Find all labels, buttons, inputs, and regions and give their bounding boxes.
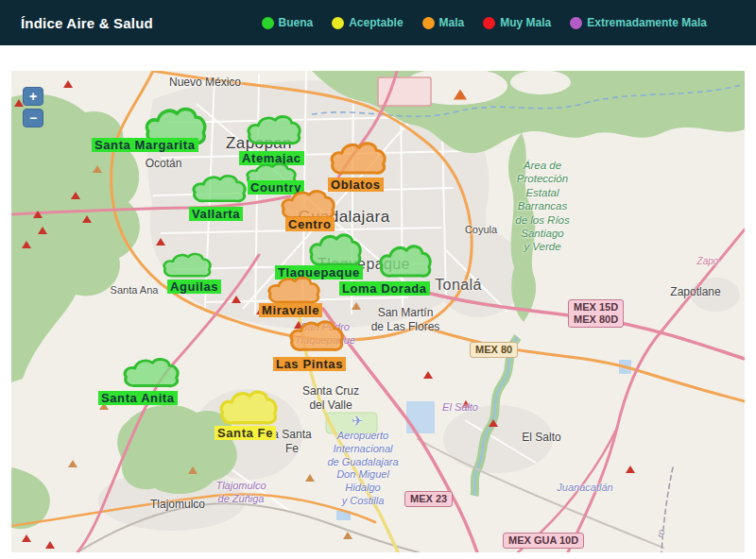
cloud-icon: [218, 388, 279, 428]
legend-dot-muy-mala: [483, 17, 495, 29]
peak-icon: [22, 241, 31, 248]
peak-icon: [93, 165, 102, 173]
air-health-app: Índice Aire & Salud BuenaAceptableMalaMu…: [0, 0, 756, 559]
legend-dot-aceptable: [332, 17, 344, 29]
aq-marker-label: Las Pintas: [273, 357, 346, 371]
legend-label: Mala: [439, 16, 465, 29]
legend-label: Buena: [279, 16, 314, 29]
legend-label: Muy Mala: [500, 16, 551, 29]
aq-marker-tlaquepaque[interactable]: Tlaquepaque: [308, 231, 363, 269]
place-label-zapotlane: Zapotlane: [670, 285, 720, 299]
peak-icon: [45, 541, 55, 549]
place-label-tonala: Tonalá: [435, 276, 482, 295]
zoom-out-button[interactable]: −: [23, 109, 43, 127]
legend-item-aceptable: Aceptable: [332, 16, 403, 29]
peak-icon: [22, 534, 31, 542]
place-label-ocotan: Ocotán: [146, 157, 182, 171]
aq-marker-aguilas[interactable]: Aguilas: [162, 251, 213, 280]
legend-label: Extremadamente Mala: [587, 16, 707, 29]
map-canvas[interactable]: + − Santa MargaritaAtemajacCountryOblato…: [11, 71, 745, 552]
legend-item-buena: Buena: [262, 16, 314, 29]
place-label-el-salto: El Salto: [522, 431, 560, 445]
cloud-icon: [246, 113, 302, 147]
aq-marker-label: Loma Dorada: [339, 281, 430, 296]
aq-marker-label: Centro: [285, 217, 335, 231]
road-shield-mex-23: MEX 23: [404, 491, 453, 507]
legend: BuenaAceptableMalaMuy MalaExtremadamente…: [262, 16, 707, 29]
legend-item-muy-mala: Muy Mala: [483, 16, 551, 29]
peak-icon: [156, 238, 165, 246]
place-label-santa-ana: Santa Ana: [111, 284, 159, 297]
cloud-icon: [122, 356, 180, 390]
place-label-juanacatlan: Juanacatlán: [557, 482, 612, 495]
peak-icon: [188, 466, 198, 474]
aq-marker-label: Santa Fe: [215, 426, 276, 440]
place-label-tlajomulco-de-zuniga: Tlajomulcode Zúñiga: [215, 480, 266, 506]
peak-icon: [489, 419, 498, 427]
aq-marker-santa-anita[interactable]: Santa Anita: [122, 356, 180, 390]
place-label-a-santa-fe: a SantaFe: [272, 428, 311, 456]
place-label-zapo: Zapo: [697, 256, 719, 268]
place-label-: ✈: [352, 413, 364, 431]
peak-icon: [232, 296, 241, 303]
aq-marker-loma-dorada[interactable]: Loma Dorada: [378, 243, 433, 280]
peak-icon: [305, 474, 315, 482]
place-label-nuevo-mexico: Nuevo México: [169, 76, 241, 90]
place-label-el-salto: El Salto: [442, 401, 478, 415]
peak-icon: [626, 466, 635, 473]
cloud-icon: [266, 275, 321, 306]
peak-icon: [68, 460, 77, 467]
peak-icon: [454, 89, 467, 99]
aq-marker-oblatos[interactable]: Oblatos: [329, 140, 387, 178]
peak-icon: [343, 532, 352, 539]
peak-icon: [352, 302, 361, 310]
aq-marker-santa-fe[interactable]: Santa Fe: [218, 388, 279, 428]
aq-marker-label: Aguilas: [167, 280, 221, 294]
peak-icon: [63, 80, 73, 88]
legend-label: Aceptable: [349, 16, 403, 29]
peak-icon: [423, 371, 433, 379]
aq-marker-label: Santa Margarita: [92, 138, 198, 152]
map-zoom-controls: + −: [23, 87, 43, 127]
road-shield-mex-80: MEX 80: [470, 342, 518, 358]
peak-icon: [71, 192, 80, 199]
place-label-aeropuerto-internacional-de-guadalajara-don-miguel-hidalgo-y-costilla: AeropuertoInternacionalde GuadalajaraDon…: [327, 430, 398, 508]
legend-item-extremadamente-mala: Extremadamente Mala: [570, 16, 707, 29]
peak-icon: [82, 215, 92, 223]
peak-icon: [38, 227, 47, 234]
aq-marker-country[interactable]: Country: [245, 161, 298, 188]
aq-marker-miravalle[interactable]: Miravalle: [266, 275, 321, 306]
cloud-icon: [329, 140, 387, 178]
place-label-san-martin-de-las-flores: San Martínde Las Flores: [371, 306, 440, 334]
cloud-icon: [378, 243, 433, 280]
app-header: Índice Aire & Salud BuenaAceptableMalaMu…: [0, 0, 756, 45]
cloud-icon: [288, 318, 345, 354]
place-label-coyula: Coyula: [465, 224, 497, 237]
legend-item-mala: Mala: [422, 16, 465, 29]
aq-marker-label: Santa Anita: [98, 391, 178, 405]
aq-marker-atemajac[interactable]: Atemajac: [246, 113, 302, 147]
peak-icon: [33, 211, 43, 218]
place-label-tlajomulco: Tlajomulco: [150, 498, 205, 512]
aq-marker-santa-margarita[interactable]: Santa Margarita: [144, 105, 208, 148]
place-label-area-de-proteccion-estatal-barrancas-de-los-rios-santiago-y-verde: Área deProtecciónEstatalBarrancasde los …: [515, 159, 570, 254]
zoom-in-button[interactable]: +: [23, 87, 43, 106]
road-shield-mex-15d-mex-80d: MEX 15DMEX 80D: [568, 299, 624, 328]
aq-marker-vallarta[interactable]: Vallarta: [191, 173, 248, 205]
legend-dot-buena: [262, 17, 274, 29]
cloud-icon: [162, 251, 213, 280]
legend-dot-extremadamente-mala: [570, 17, 582, 29]
aq-marker-las-pintas[interactable]: Las Pintas: [288, 318, 345, 354]
aq-marker-label: Miravalle: [259, 303, 322, 317]
app-title: Índice Aire & Salud: [21, 15, 153, 31]
place-label-santa-cruz-del-valle: Santa Cruzdel Valle: [302, 384, 359, 413]
cloud-icon: [308, 231, 363, 269]
cloud-icon: [191, 173, 248, 205]
legend-dot-mala: [422, 17, 435, 29]
road-shield-mex-gua-10d: MEX GUA 10D: [503, 533, 584, 549]
aq-marker-centro[interactable]: Centro: [280, 188, 336, 222]
aq-marker-label: Vallarta: [189, 207, 243, 221]
